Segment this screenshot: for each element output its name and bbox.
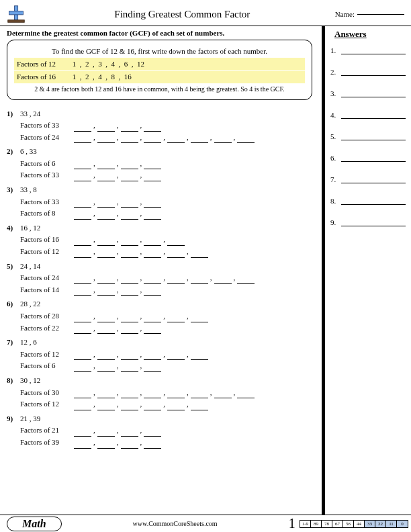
answer-blank[interactable] [74, 175, 91, 181]
answer-blank[interactable] [121, 327, 138, 334]
answer-blank[interactable] [214, 392, 232, 398]
answer-blank[interactable] [144, 175, 161, 181]
answer-blank[interactable] [97, 353, 115, 360]
answer-blank[interactable] [74, 125, 91, 132]
answer-blank[interactable] [144, 430, 161, 437]
answer-blank[interactable] [214, 277, 232, 284]
answer-line[interactable] [341, 198, 406, 205]
answer-blank[interactable] [97, 251, 115, 258]
answer-blank[interactable] [121, 125, 138, 132]
answer-blank[interactable] [167, 316, 185, 322]
answer-blank[interactable] [191, 392, 208, 398]
answer-blank[interactable] [167, 239, 185, 246]
answer-blank[interactable] [144, 213, 161, 220]
answer-blank[interactable] [167, 392, 185, 398]
answer-blank[interactable] [237, 392, 255, 398]
answer-blank[interactable] [74, 201, 91, 208]
answer-blank[interactable] [121, 239, 138, 246]
answer-line[interactable] [341, 220, 406, 226]
answer-blank[interactable] [144, 327, 161, 334]
answer-blank[interactable] [167, 353, 185, 360]
answer-blank[interactable] [191, 277, 208, 284]
answer-blank[interactable] [74, 251, 91, 258]
answer-blank[interactable] [121, 136, 138, 143]
answer-blank[interactable] [74, 353, 91, 360]
answer-blank[interactable] [97, 392, 115, 398]
answer-blank[interactable] [167, 136, 185, 143]
answer-blank[interactable] [121, 201, 138, 208]
answer-blank[interactable] [97, 327, 115, 334]
answer-blank[interactable] [191, 404, 208, 410]
answer-blank[interactable] [144, 136, 161, 143]
answer-blank[interactable] [74, 289, 91, 296]
name-input-line[interactable] [357, 14, 404, 15]
answer-blank[interactable] [121, 353, 138, 360]
answer-blank[interactable] [97, 175, 115, 181]
answer-blank[interactable] [97, 239, 115, 246]
answer-blank[interactable] [97, 125, 115, 132]
answer-blank[interactable] [74, 136, 91, 143]
answer-blank[interactable] [97, 136, 115, 143]
answer-blank[interactable] [97, 442, 115, 449]
answer-blank[interactable] [191, 251, 208, 258]
answer-blank[interactable] [214, 136, 232, 143]
answer-blank[interactable] [97, 289, 115, 296]
answer-blank[interactable] [167, 404, 185, 410]
answer-blank[interactable] [121, 442, 138, 449]
answer-blank[interactable] [144, 201, 161, 208]
answer-blank[interactable] [97, 365, 115, 372]
answer-blank[interactable] [144, 251, 161, 258]
answer-blank[interactable] [144, 289, 161, 296]
answer-blank[interactable] [121, 365, 138, 372]
answer-blank[interactable] [237, 277, 255, 284]
answer-blank[interactable] [167, 251, 185, 258]
answer-blank[interactable] [121, 175, 138, 181]
answer-blank[interactable] [144, 365, 161, 372]
answer-line[interactable] [341, 91, 406, 97]
answer-blank[interactable] [97, 404, 115, 410]
answer-blank[interactable] [97, 163, 115, 169]
answer-blank[interactable] [144, 353, 161, 360]
answer-blank[interactable] [144, 163, 161, 169]
answer-blank[interactable] [121, 316, 138, 322]
answer-blank[interactable] [121, 163, 138, 169]
answer-blank[interactable] [144, 125, 161, 132]
answer-blank[interactable] [74, 365, 91, 372]
answer-blank[interactable] [144, 392, 161, 398]
answer-blank[interactable] [74, 404, 91, 410]
answer-blank[interactable] [74, 239, 91, 246]
answer-blank[interactable] [121, 251, 138, 258]
answer-blank[interactable] [97, 201, 115, 208]
answer-blank[interactable] [74, 277, 91, 284]
answer-blank[interactable] [74, 442, 91, 449]
answer-blank[interactable] [144, 316, 161, 322]
answer-line[interactable] [341, 112, 406, 119]
answer-blank[interactable] [97, 430, 115, 437]
answer-blank[interactable] [191, 136, 208, 143]
answer-blank[interactable] [74, 392, 91, 398]
answer-blank[interactable] [74, 327, 91, 334]
answer-blank[interactable] [74, 430, 91, 437]
answer-blank[interactable] [97, 213, 115, 220]
answer-blank[interactable] [144, 277, 161, 284]
answer-blank[interactable] [74, 163, 91, 169]
answer-blank[interactable] [121, 277, 138, 284]
answer-blank[interactable] [74, 316, 91, 322]
answer-blank[interactable] [121, 392, 138, 398]
answer-blank[interactable] [144, 404, 161, 410]
answer-line[interactable] [341, 48, 406, 54]
answer-blank[interactable] [167, 277, 185, 284]
answer-line[interactable] [341, 134, 406, 140]
answer-line[interactable] [341, 177, 406, 183]
answer-blank[interactable] [237, 136, 255, 143]
answer-blank[interactable] [121, 213, 138, 220]
answer-blank[interactable] [191, 353, 208, 360]
answer-blank[interactable] [144, 442, 161, 449]
answer-blank[interactable] [121, 289, 138, 296]
answer-line[interactable] [341, 69, 406, 76]
answer-blank[interactable] [74, 213, 91, 220]
answer-blank[interactable] [121, 430, 138, 437]
answer-blank[interactable] [121, 404, 138, 410]
answer-line[interactable] [341, 155, 406, 162]
answer-blank[interactable] [144, 239, 161, 246]
